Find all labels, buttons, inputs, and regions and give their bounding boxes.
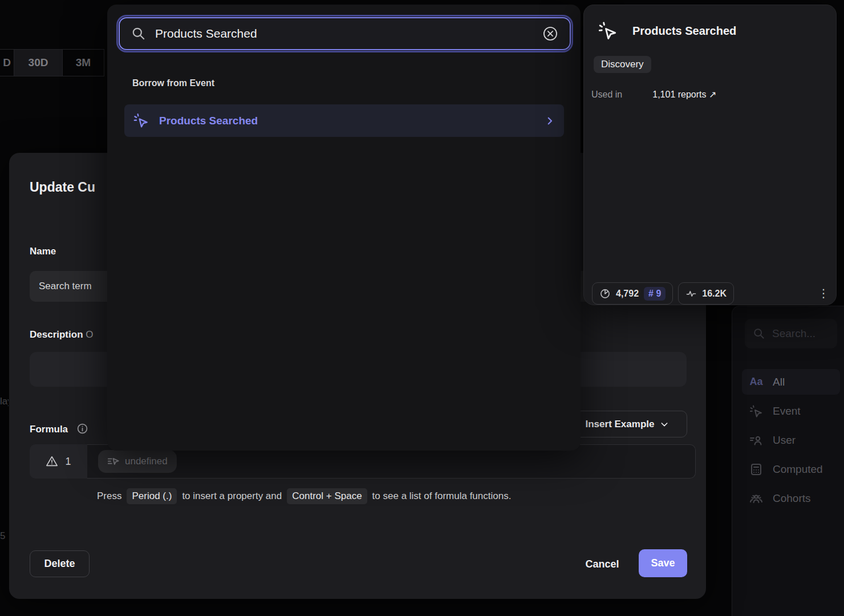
time-range-segmented-control: D 30D 3M [0, 49, 104, 76]
modal-title: Update Cu [30, 180, 95, 195]
property-icon [107, 455, 120, 468]
description-label-text: Description [30, 329, 83, 340]
sidebar-item-computed[interactable]: Computed [742, 456, 840, 482]
search-result-products-searched[interactable]: Products Searched [124, 104, 564, 137]
sidebar-item-label: All [773, 376, 785, 388]
time-range-30d[interactable]: 30D [14, 50, 63, 76]
kebab-menu-icon[interactable]: ⋮ [818, 291, 829, 296]
chevron-down-icon [660, 420, 669, 429]
sidebar-item-event[interactable]: Event [742, 398, 840, 424]
event-search-overlay: Borrow from Event Products Searched [107, 5, 581, 451]
used-in-label: Used in [591, 90, 622, 100]
used-in-reports-link[interactable]: 1,101 reports ↗ [652, 89, 716, 100]
helper-press: Press [97, 491, 121, 502]
user-icon [749, 433, 764, 447]
kbd-control-space: Control + Space [287, 488, 367, 504]
axis-label-fragment: lay [0, 396, 9, 407]
sidebar-item-label: Cohorts [773, 492, 811, 505]
chevron-right-icon [545, 116, 555, 126]
event-icon [133, 113, 149, 128]
sidebar-item-all[interactable]: Aa All [742, 369, 840, 395]
formula-label-text: Formula [30, 424, 68, 435]
formula-label: Formula [30, 423, 88, 435]
time-range-3m[interactable]: 3M [63, 50, 104, 76]
event-search-input[interactable] [119, 17, 571, 50]
sidebar-search-field[interactable] [772, 327, 829, 340]
formula-error-badge: 1 [30, 444, 87, 479]
pulse-icon [685, 288, 697, 299]
insert-example-button[interactable]: Insert Example [567, 411, 687, 437]
sidebar-search-input[interactable] [745, 319, 837, 348]
query-count-chip[interactable]: 4,792 # 9 [592, 282, 673, 305]
chip-label: undefined [125, 456, 168, 467]
result-label: Products Searched [159, 115, 258, 127]
helper-mid: to insert a property and [182, 491, 282, 502]
time-range-7d[interactable]: D [0, 50, 14, 76]
delete-button[interactable]: Delete [30, 550, 90, 577]
description-label: Description O [30, 329, 94, 341]
reports-count: 1,101 reports [652, 90, 706, 99]
category-badge: Discovery [594, 56, 651, 73]
query-count: 4,792 [616, 289, 639, 299]
clear-icon[interactable] [542, 26, 558, 42]
pie-chart-icon [599, 288, 611, 299]
axis-label-fragment: 5 [0, 530, 7, 542]
event-detail-panel: Products Searched Discovery Used in 1,10… [583, 5, 837, 305]
event-icon [749, 404, 764, 418]
undefined-property-chip[interactable]: undefined [98, 450, 177, 473]
optional-label-fragment: O [86, 329, 93, 340]
sidebar-item-label: Event [773, 405, 801, 418]
calculator-icon [749, 463, 764, 476]
kbd-period: Period (.) [127, 488, 177, 504]
rank-badge: # 9 [644, 287, 666, 301]
cancel-button[interactable]: Cancel [571, 552, 634, 577]
sidebar-item-user[interactable]: User [742, 427, 840, 453]
error-count: 1 [65, 456, 71, 468]
volume-count: 16.2K [702, 289, 727, 299]
search-icon [131, 26, 146, 41]
cohorts-icon [749, 492, 764, 505]
sidebar-item-label: User [773, 434, 796, 447]
save-button[interactable]: Save [639, 549, 687, 577]
property-type-sidebar: Aa All Event User Computed Cohorts [732, 306, 844, 616]
warning-icon [46, 455, 58, 468]
sidebar-item-label: Computed [773, 463, 823, 476]
text-icon: Aa [749, 376, 764, 388]
formula-helper-text: Press Period (.) to insert a property an… [97, 488, 511, 504]
name-label: Name [30, 246, 56, 257]
event-search-field[interactable] [155, 27, 533, 40]
info-icon[interactable] [76, 423, 88, 435]
search-icon [753, 327, 765, 340]
borrow-from-event-heading: Borrow from Event [132, 78, 214, 88]
event-icon [598, 21, 618, 40]
volume-chip[interactable]: 16.2K [678, 282, 734, 305]
insert-example-label: Insert Example [586, 419, 655, 430]
sidebar-item-cohorts[interactable]: Cohorts [742, 485, 840, 511]
helper-end: to see a list of formula functions. [372, 491, 512, 502]
external-link-icon: ↗ [709, 90, 716, 99]
panel-title: Products Searched [632, 25, 736, 38]
